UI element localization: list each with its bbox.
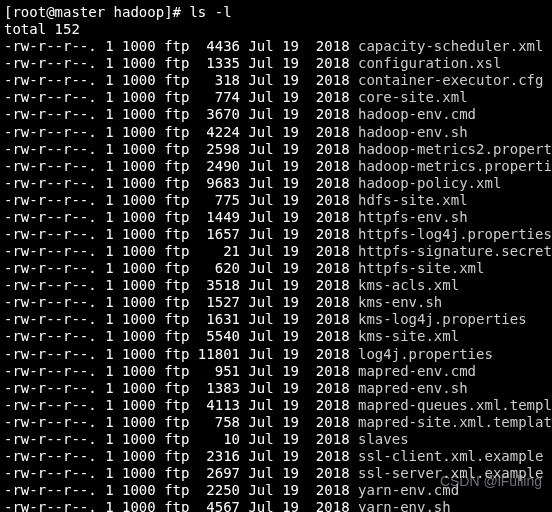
file-row: -rw-r--r--. 1 1000 ftp 620 Jul 19 2018 bbox=[4, 260, 358, 276]
file-name: container-executor.cfg bbox=[358, 72, 543, 88]
file-row: -rw-r--r--. 1 1000 ftp 1449 Jul 19 2018 bbox=[4, 209, 358, 225]
file-row: -rw-r--r--. 1 1000 ftp 2598 Jul 19 2018 bbox=[4, 141, 358, 157]
file-name: log4j.properties bbox=[358, 346, 493, 362]
file-name: hadoop-metrics.properties bbox=[358, 158, 552, 174]
file-row: -rw-r--r--. 1 1000 ftp 318 Jul 19 2018 bbox=[4, 72, 358, 88]
file-name: httpfs-env.sh bbox=[358, 209, 468, 225]
file-name: capacity-scheduler.xml bbox=[358, 38, 543, 54]
file-row: -rw-r--r--. 1 1000 ftp 774 Jul 19 2018 bbox=[4, 89, 358, 105]
total-line: total 152 bbox=[4, 21, 80, 37]
file-row: -rw-r--r--. 1 1000 ftp 4567 Jul 19 2018 bbox=[4, 499, 358, 512]
file-row: -rw-r--r--. 1 1000 ftp 758 Jul 19 2018 bbox=[4, 414, 358, 430]
file-name: yarn-env.sh bbox=[358, 499, 451, 512]
file-row: -rw-r--r--. 1 1000 ftp 2490 Jul 19 2018 bbox=[4, 158, 358, 174]
command: ls -l bbox=[189, 4, 231, 20]
file-row: -rw-r--r--. 1 1000 ftp 4436 Jul 19 2018 bbox=[4, 38, 358, 54]
file-name: mapred-env.sh bbox=[358, 380, 468, 396]
file-row: -rw-r--r--. 1 1000 ftp 2250 Jul 19 2018 bbox=[4, 482, 358, 498]
file-row: -rw-r--r--. 1 1000 ftp 2316 Jul 19 2018 bbox=[4, 448, 358, 464]
file-name: configuration.xsl bbox=[358, 55, 501, 71]
file-name: mapred-queues.xml.template bbox=[358, 397, 552, 413]
file-row: -rw-r--r--. 1 1000 ftp 2697 Jul 19 2018 bbox=[4, 465, 358, 481]
file-row: -rw-r--r--. 1 1000 ftp 5540 Jul 19 2018 bbox=[4, 328, 358, 344]
file-row: -rw-r--r--. 1 1000 ftp 4224 Jul 19 2018 bbox=[4, 124, 358, 140]
file-name: hadoop-policy.xml bbox=[358, 175, 501, 191]
file-name: core-site.xml bbox=[358, 89, 468, 105]
file-row: -rw-r--r--. 1 1000 ftp 11801 Jul 19 2018 bbox=[4, 346, 358, 362]
file-name: httpfs-signature.secret bbox=[358, 243, 552, 259]
file-name: kms-env.sh bbox=[358, 294, 442, 310]
file-name: mapred-env.cmd bbox=[358, 363, 476, 379]
file-row: -rw-r--r--. 1 1000 ftp 21 Jul 19 2018 bbox=[4, 243, 358, 259]
file-name: slaves bbox=[358, 431, 409, 447]
file-row: -rw-r--r--. 1 1000 ftp 1383 Jul 19 2018 bbox=[4, 380, 358, 396]
file-name: ssl-client.xml.example bbox=[358, 448, 543, 464]
prompt: [root@master hadoop]# bbox=[4, 4, 189, 20]
file-name: hadoop-env.cmd bbox=[358, 106, 476, 122]
file-row: -rw-r--r--. 1 1000 ftp 4113 Jul 19 2018 bbox=[4, 397, 358, 413]
file-row: -rw-r--r--. 1 1000 ftp 1631 Jul 19 2018 bbox=[4, 311, 358, 327]
file-name: hadoop-env.sh bbox=[358, 124, 468, 140]
file-row: -rw-r--r--. 1 1000 ftp 1335 Jul 19 2018 bbox=[4, 55, 358, 71]
file-name: hadoop-metrics2.properties bbox=[358, 141, 552, 157]
file-name: hdfs-site.xml bbox=[358, 192, 468, 208]
file-row: -rw-r--r--. 1 1000 ftp 10 Jul 19 2018 bbox=[4, 431, 358, 447]
file-name: mapred-site.xml.template bbox=[358, 414, 552, 430]
file-row: -rw-r--r--. 1 1000 ftp 775 Jul 19 2018 bbox=[4, 192, 358, 208]
file-row: -rw-r--r--. 1 1000 ftp 3518 Jul 19 2018 bbox=[4, 277, 358, 293]
file-row: -rw-r--r--. 1 1000 ftp 1657 Jul 19 2018 bbox=[4, 226, 358, 242]
file-name: kms-acls.xml bbox=[358, 277, 459, 293]
file-name: httpfs-site.xml bbox=[358, 260, 484, 276]
file-name: httpfs-log4j.properties bbox=[358, 226, 552, 242]
file-name: kms-log4j.properties bbox=[358, 311, 527, 327]
file-row: -rw-r--r--. 1 1000 ftp 951 Jul 19 2018 bbox=[4, 363, 358, 379]
file-row: -rw-r--r--. 1 1000 ftp 1527 Jul 19 2018 bbox=[4, 294, 358, 310]
file-row: -rw-r--r--. 1 1000 ftp 3670 Jul 19 2018 bbox=[4, 106, 358, 122]
watermark: CSDN @iFulling bbox=[440, 473, 542, 490]
file-row: -rw-r--r--. 1 1000 ftp 9683 Jul 19 2018 bbox=[4, 175, 358, 191]
terminal[interactable]: [root@master hadoop]# ls -ltotal 152-rw-… bbox=[4, 4, 548, 512]
file-name: kms-site.xml bbox=[358, 328, 459, 344]
